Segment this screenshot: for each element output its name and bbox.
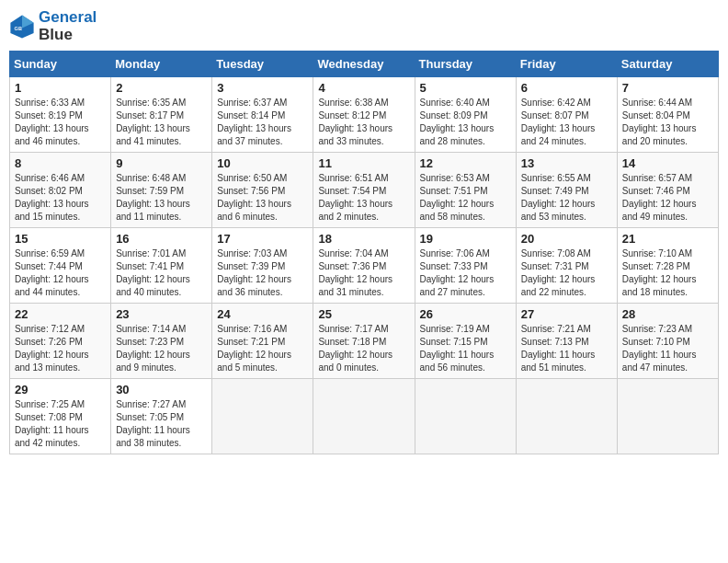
calendar-cell: 25Sunrise: 7:17 AM Sunset: 7:18 PM Dayli… xyxy=(313,304,415,379)
day-info: Sunrise: 6:33 AM Sunset: 8:19 PM Dayligh… xyxy=(15,97,106,148)
calendar-cell: 14Sunrise: 6:57 AM Sunset: 7:46 PM Dayli… xyxy=(617,153,718,228)
calendar-cell: 29Sunrise: 7:25 AM Sunset: 7:08 PM Dayli… xyxy=(10,379,111,454)
calendar-cell: 22Sunrise: 7:12 AM Sunset: 7:26 PM Dayli… xyxy=(10,304,111,379)
day-number: 28 xyxy=(622,307,713,321)
calendar-cell: 24Sunrise: 7:16 AM Sunset: 7:21 PM Dayli… xyxy=(212,304,313,379)
day-info: Sunrise: 7:03 AM Sunset: 7:39 PM Dayligh… xyxy=(217,247,308,299)
calendar-cell: 10Sunrise: 6:50 AM Sunset: 7:56 PM Dayli… xyxy=(212,153,313,228)
day-number: 21 xyxy=(622,232,713,246)
calendar-cell: 18Sunrise: 7:04 AM Sunset: 7:36 PM Dayli… xyxy=(313,228,415,304)
day-number: 22 xyxy=(15,307,106,321)
day-info: Sunrise: 7:19 AM Sunset: 7:15 PM Dayligh… xyxy=(420,323,511,374)
day-number: 1 xyxy=(15,81,106,95)
day-info: Sunrise: 6:35 AM Sunset: 8:17 PM Dayligh… xyxy=(116,97,207,148)
calendar-cell: 5Sunrise: 6:40 AM Sunset: 8:09 PM Daylig… xyxy=(415,77,516,153)
col-header-sunday: Sunday xyxy=(10,52,111,77)
day-number: 30 xyxy=(116,383,207,396)
day-info: Sunrise: 6:46 AM Sunset: 8:02 PM Dayligh… xyxy=(15,172,106,224)
col-header-friday: Friday xyxy=(516,52,617,77)
day-info: Sunrise: 6:55 AM Sunset: 7:49 PM Dayligh… xyxy=(521,172,612,224)
day-number: 4 xyxy=(318,81,409,95)
day-info: Sunrise: 6:57 AM Sunset: 7:46 PM Dayligh… xyxy=(622,172,713,224)
col-header-tuesday: Tuesday xyxy=(212,52,313,77)
day-info: Sunrise: 7:01 AM Sunset: 7:41 PM Dayligh… xyxy=(116,247,207,299)
day-info: Sunrise: 7:04 AM Sunset: 7:36 PM Dayligh… xyxy=(318,247,409,299)
logo: GB General Blue xyxy=(9,9,97,43)
day-number: 14 xyxy=(622,156,713,170)
day-number: 3 xyxy=(217,81,308,95)
day-number: 26 xyxy=(420,307,511,321)
calendar-cell: 26Sunrise: 7:19 AM Sunset: 7:15 PM Dayli… xyxy=(415,304,516,379)
day-info: Sunrise: 7:10 AM Sunset: 7:28 PM Dayligh… xyxy=(622,247,713,299)
day-info: Sunrise: 7:25 AM Sunset: 7:08 PM Dayligh… xyxy=(15,398,106,450)
calendar-cell xyxy=(516,379,617,454)
calendar-row-5: 29Sunrise: 7:25 AM Sunset: 7:08 PM Dayli… xyxy=(10,379,719,454)
day-info: Sunrise: 7:08 AM Sunset: 7:31 PM Dayligh… xyxy=(521,247,612,299)
col-header-monday: Monday xyxy=(111,52,212,77)
day-number: 13 xyxy=(521,156,612,170)
day-info: Sunrise: 6:50 AM Sunset: 7:56 PM Dayligh… xyxy=(217,172,308,224)
day-number: 23 xyxy=(116,307,207,321)
header-row: SundayMondayTuesdayWednesdayThursdayFrid… xyxy=(10,52,719,77)
calendar-cell: 8Sunrise: 6:46 AM Sunset: 8:02 PM Daylig… xyxy=(10,153,111,228)
day-number: 12 xyxy=(420,156,511,170)
day-number: 10 xyxy=(217,156,308,170)
calendar-cell: 27Sunrise: 7:21 AM Sunset: 7:13 PM Dayli… xyxy=(516,304,617,379)
calendar-cell: 21Sunrise: 7:10 AM Sunset: 7:28 PM Dayli… xyxy=(617,228,718,304)
day-number: 5 xyxy=(420,81,511,95)
logo-icon: GB xyxy=(9,14,35,40)
calendar-row-2: 8Sunrise: 6:46 AM Sunset: 8:02 PM Daylig… xyxy=(10,153,719,228)
day-number: 8 xyxy=(15,156,106,170)
day-number: 19 xyxy=(420,232,511,246)
calendar-cell: 19Sunrise: 7:06 AM Sunset: 7:33 PM Dayli… xyxy=(415,228,516,304)
day-info: Sunrise: 7:21 AM Sunset: 7:13 PM Dayligh… xyxy=(521,323,612,374)
calendar-cell: 11Sunrise: 6:51 AM Sunset: 7:54 PM Dayli… xyxy=(313,153,415,228)
calendar-cell: 30Sunrise: 7:27 AM Sunset: 7:05 PM Dayli… xyxy=(111,379,212,454)
day-number: 17 xyxy=(217,232,308,246)
day-number: 2 xyxy=(116,81,207,95)
day-number: 16 xyxy=(116,232,207,246)
calendar-cell: 4Sunrise: 6:38 AM Sunset: 8:12 PM Daylig… xyxy=(313,77,415,153)
day-info: Sunrise: 6:51 AM Sunset: 7:54 PM Dayligh… xyxy=(318,172,409,224)
day-info: Sunrise: 7:27 AM Sunset: 7:05 PM Dayligh… xyxy=(116,398,207,450)
day-info: Sunrise: 7:06 AM Sunset: 7:33 PM Dayligh… xyxy=(420,247,511,299)
day-number: 29 xyxy=(15,383,106,396)
day-info: Sunrise: 7:17 AM Sunset: 7:18 PM Dayligh… xyxy=(318,323,409,374)
calendar-cell: 15Sunrise: 6:59 AM Sunset: 7:44 PM Dayli… xyxy=(10,228,111,304)
calendar-row-3: 15Sunrise: 6:59 AM Sunset: 7:44 PM Dayli… xyxy=(10,228,719,304)
day-number: 11 xyxy=(318,156,409,170)
day-info: Sunrise: 6:40 AM Sunset: 8:09 PM Dayligh… xyxy=(420,97,511,148)
calendar-cell: 13Sunrise: 6:55 AM Sunset: 7:49 PM Dayli… xyxy=(516,153,617,228)
col-header-thursday: Thursday xyxy=(415,52,516,77)
day-number: 24 xyxy=(217,307,308,321)
calendar-cell: 20Sunrise: 7:08 AM Sunset: 7:31 PM Dayli… xyxy=(516,228,617,304)
calendar-cell: 2Sunrise: 6:35 AM Sunset: 8:17 PM Daylig… xyxy=(111,77,212,153)
day-number: 15 xyxy=(15,232,106,246)
calendar-row-1: 1Sunrise: 6:33 AM Sunset: 8:19 PM Daylig… xyxy=(10,77,719,153)
day-info: Sunrise: 6:44 AM Sunset: 8:04 PM Dayligh… xyxy=(622,97,713,148)
page-header: GB General Blue xyxy=(9,9,719,43)
day-info: Sunrise: 6:48 AM Sunset: 7:59 PM Dayligh… xyxy=(116,172,207,224)
day-number: 20 xyxy=(521,232,612,246)
day-number: 27 xyxy=(521,307,612,321)
calendar-cell: 17Sunrise: 7:03 AM Sunset: 7:39 PM Dayli… xyxy=(212,228,313,304)
calendar-cell xyxy=(415,379,516,454)
calendar-table: SundayMondayTuesdayWednesdayThursdayFrid… xyxy=(9,51,719,454)
calendar-cell: 6Sunrise: 6:42 AM Sunset: 8:07 PM Daylig… xyxy=(516,77,617,153)
day-info: Sunrise: 6:53 AM Sunset: 7:51 PM Dayligh… xyxy=(420,172,511,224)
day-number: 7 xyxy=(622,81,713,95)
calendar-cell xyxy=(313,379,415,454)
calendar-cell: 16Sunrise: 7:01 AM Sunset: 7:41 PM Dayli… xyxy=(111,228,212,304)
day-info: Sunrise: 7:23 AM Sunset: 7:10 PM Dayligh… xyxy=(622,323,713,374)
calendar-cell: 1Sunrise: 6:33 AM Sunset: 8:19 PM Daylig… xyxy=(10,77,111,153)
day-number: 6 xyxy=(521,81,612,95)
day-info: Sunrise: 7:12 AM Sunset: 7:26 PM Dayligh… xyxy=(15,323,106,374)
calendar-cell: 28Sunrise: 7:23 AM Sunset: 7:10 PM Dayli… xyxy=(617,304,718,379)
calendar-cell: 7Sunrise: 6:44 AM Sunset: 8:04 PM Daylig… xyxy=(617,77,718,153)
day-info: Sunrise: 7:16 AM Sunset: 7:21 PM Dayligh… xyxy=(217,323,308,374)
col-header-wednesday: Wednesday xyxy=(313,52,415,77)
day-number: 18 xyxy=(318,232,409,246)
day-info: Sunrise: 6:38 AM Sunset: 8:12 PM Dayligh… xyxy=(318,97,409,148)
calendar-cell: 12Sunrise: 6:53 AM Sunset: 7:51 PM Dayli… xyxy=(415,153,516,228)
calendar-row-4: 22Sunrise: 7:12 AM Sunset: 7:26 PM Dayli… xyxy=(10,304,719,379)
